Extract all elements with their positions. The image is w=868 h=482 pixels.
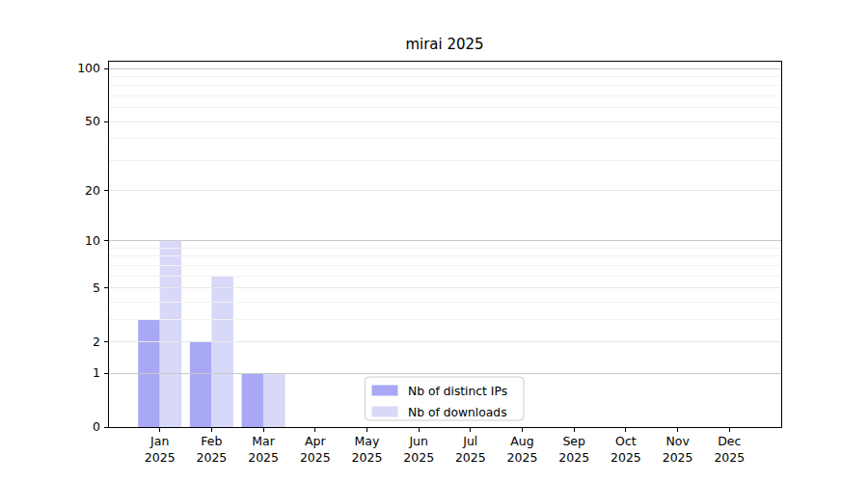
bars-layer — [138, 241, 285, 427]
x-tick-label-mar: Mar2025 — [248, 434, 279, 465]
y-tick-label-1: 1 — [93, 365, 100, 380]
legend-swatch-distinct-ips — [372, 386, 398, 396]
chart-title: mirai 2025 — [405, 36, 483, 53]
x-tick-label-apr: Apr2025 — [300, 434, 331, 465]
legend-swatch-downloads — [372, 407, 398, 417]
y-tick-label-10: 10 — [85, 233, 100, 248]
x-tick-label-jun: Jun2025 — [403, 434, 434, 465]
y-tick-label-5: 5 — [93, 281, 100, 295]
y-tick-label-20: 20 — [85, 183, 100, 198]
x-tick-label-may: May2025 — [352, 434, 383, 465]
y-tick-label-50: 50 — [85, 114, 100, 128]
x-tick-label-jul: Jul2025 — [455, 434, 486, 465]
bar-downloads-feb — [211, 276, 233, 427]
x-tick-label-oct: Oct2025 — [610, 434, 641, 465]
x-tick-label-aug: Aug2025 — [507, 434, 538, 465]
chart-svg: 0125102050100Jan2025Feb2025Mar2025Apr202… — [0, 0, 868, 482]
y-tick-label-100: 100 — [77, 61, 100, 75]
x-tick-label-sep: Sep2025 — [558, 434, 589, 465]
bar-downloads-jan — [160, 241, 182, 427]
chart-figure: 0125102050100Jan2025Feb2025Mar2025Apr202… — [0, 0, 868, 482]
legend: Nb of distinct IPs Nb of downloads — [366, 377, 525, 420]
bar-distinct-ips-mar — [242, 373, 264, 427]
bar-downloads-mar — [263, 373, 285, 427]
y-tick-label-2: 2 — [93, 335, 100, 349]
legend-label-distinct-ips: Nb of distinct IPs — [408, 385, 507, 398]
grid-layer — [108, 68, 781, 373]
x-tick-label-nov: Nov2025 — [663, 434, 693, 465]
x-tick-label-feb: Feb2025 — [196, 434, 227, 465]
y-tick-label-0: 0 — [93, 419, 100, 434]
legend-label-downloads: Nb of downloads — [408, 406, 507, 419]
x-tick-label-jan: Jan2025 — [145, 434, 176, 465]
x-tick-label-dec: Dec2025 — [714, 434, 745, 465]
bar-distinct-ips-feb — [190, 341, 212, 427]
